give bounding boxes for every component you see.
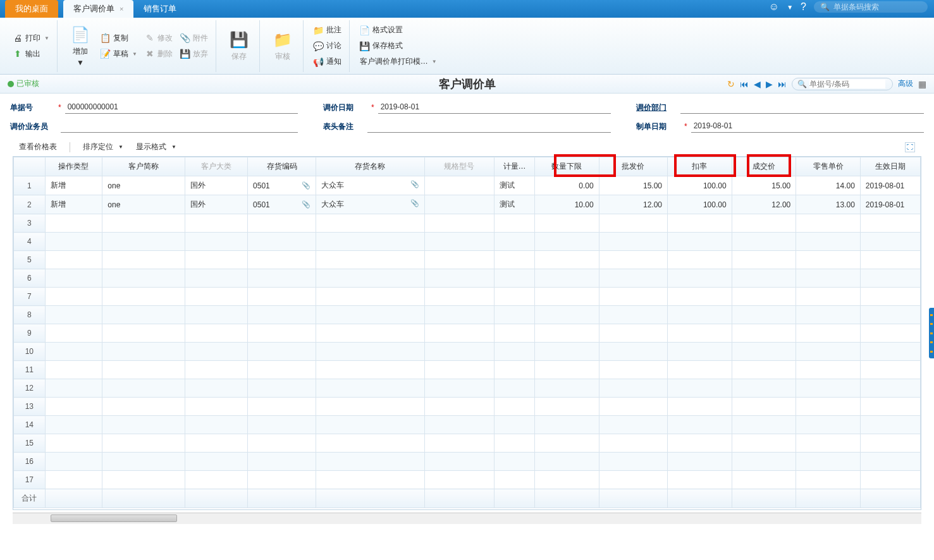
col-discount[interactable]: 扣率 <box>667 157 732 176</box>
col-qty-min[interactable]: 数量下限 <box>535 157 599 176</box>
col-eff-date[interactable]: 生效日期 <box>860 157 920 176</box>
col-cust-short[interactable]: 客户简称 <box>102 157 185 176</box>
modify-button[interactable]: ✎修改 <box>142 32 175 45</box>
status-badge: 已审核 <box>8 78 39 89</box>
export-button[interactable]: ⬆输出 <box>10 47 43 61</box>
col-cust-cat[interactable]: 客户大类 <box>185 157 247 176</box>
tab-desktop[interactable]: 我的桌面 <box>5 0 58 18</box>
draft-button[interactable]: 📝草稿▼ <box>98 47 140 61</box>
sort-button[interactable]: 排序定位▼ <box>83 142 123 152</box>
table-row-empty[interactable]: 16 <box>14 453 921 471</box>
dept-label[interactable]: 调价部门 <box>636 102 680 113</box>
next-icon[interactable]: ▶ <box>766 79 773 89</box>
barcode-search[interactable]: 🔍 <box>814 1 928 13</box>
advanced-link[interactable]: 高级 <box>898 78 913 89</box>
delete-icon: ✖ <box>145 49 155 59</box>
col-op[interactable]: 操作类型 <box>45 157 102 176</box>
table-row-empty[interactable]: 17 <box>14 471 921 489</box>
remark-value[interactable] <box>367 120 611 133</box>
copy-button[interactable]: 📋复制 <box>98 32 140 45</box>
save-button[interactable]: 💾 保存 <box>224 27 254 64</box>
table-row-empty[interactable]: 7 <box>14 288 921 306</box>
draft-icon: 📝 <box>101 49 111 59</box>
adjust-date-label: 调价日期 <box>323 102 367 113</box>
table-row-empty[interactable]: 9 <box>14 324 921 343</box>
table-row-empty[interactable]: 14 <box>14 416 921 434</box>
expand-icon[interactable]: ⛶ <box>905 142 915 152</box>
salesperson-label: 调价业务员 <box>10 121 61 132</box>
delete-button[interactable]: ✖删除 <box>142 47 175 61</box>
format-icon: 📄 <box>360 25 370 35</box>
smile-icon[interactable]: ☺ <box>769 1 779 13</box>
col-retail[interactable]: 零售单价 <box>796 157 861 176</box>
create-date-value[interactable]: 2019-08-01 <box>691 120 924 133</box>
main-toolbar: 🖨打印▼ ⬆输出 📄 增加▼ 📋复制 📝草稿▼ ✎修改 ✖删除 📎附件 💾放弃 … <box>0 18 934 75</box>
refresh-icon[interactable]: ↻ <box>727 79 735 89</box>
col-unit[interactable]: 计量… <box>495 157 535 176</box>
tab-sales-order[interactable]: 销售订单 <box>133 0 187 18</box>
search-icon: 🔍 <box>820 3 830 11</box>
table-row-empty[interactable]: 11 <box>14 361 921 379</box>
print-template-button[interactable]: 客户调价单打印模…▼ <box>357 55 439 68</box>
audit-icon: 📁 <box>273 30 293 50</box>
attach-button[interactable]: 📎附件 <box>178 32 211 45</box>
table-row-empty[interactable]: 8 <box>14 306 921 324</box>
help-icon[interactable]: ? <box>801 1 806 13</box>
notify-icon: 📢 <box>314 57 324 67</box>
view-price-button[interactable]: 查看价格表 <box>19 142 57 152</box>
note-icon: 📁 <box>314 25 324 35</box>
table-row-empty[interactable]: 5 <box>14 251 921 269</box>
table-row-empty[interactable]: 10 <box>14 343 921 361</box>
save-format-button[interactable]: 💾保存格式 <box>357 39 405 52</box>
table-row[interactable]: 2 新增one国外 0501📎 大众车📎 测试 10.0012.00 100.0… <box>14 195 921 214</box>
notify-button[interactable]: 📢通知 <box>311 55 344 68</box>
format-button[interactable]: 📄格式设置 <box>357 23 405 37</box>
display-button[interactable]: 显示格式▼ <box>136 142 176 152</box>
tab-active[interactable]: 客户调价单× <box>63 0 133 18</box>
barcode-search-input[interactable] <box>833 3 922 11</box>
bill-search[interactable]: 🔍 <box>792 78 893 90</box>
right-indicator[interactable] <box>929 308 934 358</box>
col-deal[interactable]: 成交价 <box>732 157 796 176</box>
page-title: 客户调价单 <box>439 76 496 92</box>
table-row-empty[interactable]: 13 <box>14 398 921 416</box>
print-button[interactable]: 🖨打印▼ <box>10 32 52 45</box>
close-icon[interactable]: × <box>120 5 123 13</box>
abandon-button[interactable]: 💾放弃 <box>178 47 211 61</box>
table-row-empty[interactable]: 12 <box>14 379 921 398</box>
audit-button[interactable]: 📁 审核 <box>267 27 298 64</box>
add-icon: 📄 <box>70 25 90 45</box>
discuss-button[interactable]: 💬讨论 <box>311 39 344 52</box>
dropdown-icon[interactable]: ▼ <box>787 4 793 11</box>
table-row-empty[interactable]: 3 <box>14 214 921 233</box>
bill-no-value[interactable]: 000000000001 <box>65 101 298 114</box>
table-row[interactable]: 1 新增one国外 0501📎 大众车📎 测试 0.0015.00 100.00… <box>14 176 921 195</box>
discuss-icon: 💬 <box>314 41 324 51</box>
note-button[interactable]: 📁批注 <box>311 23 344 37</box>
horizontal-scrollbar[interactable] <box>13 513 921 524</box>
adjust-date-value[interactable]: 2019-08-01 <box>378 101 611 114</box>
form-area: 单据号*000000000001 调价日期*2019-08-01 调价部门 调价… <box>0 94 934 138</box>
table-row-empty[interactable]: 4 <box>14 233 921 251</box>
col-rownum[interactable] <box>14 157 46 176</box>
layout-icon[interactable]: ▦ <box>918 79 926 89</box>
bill-search-input[interactable] <box>809 80 885 88</box>
col-inv-code[interactable]: 存货编码 <box>248 157 316 176</box>
salesperson-value[interactable] <box>61 120 298 133</box>
last-icon[interactable]: ⏭ <box>778 79 787 89</box>
search-icon: 🔍 <box>797 80 807 88</box>
add-button[interactable]: 📄 增加▼ <box>65 22 95 70</box>
status-dot-icon <box>8 81 14 87</box>
dept-value[interactable] <box>680 101 924 114</box>
col-spec[interactable]: 规格型号 <box>424 157 494 176</box>
data-table: 操作类型 客户简称 客户大类 存货编码 存货名称 规格型号 计量… 数量下限 批… <box>13 157 921 508</box>
table-row-empty[interactable]: 15 <box>14 434 921 453</box>
edit-icon: ✎ <box>145 33 155 43</box>
col-wholesale[interactable]: 批发价 <box>599 157 667 176</box>
table-header-row: 操作类型 客户简称 客户大类 存货编码 存货名称 规格型号 计量… 数量下限 批… <box>14 157 921 176</box>
first-icon[interactable]: ⏮ <box>740 79 749 89</box>
save-format-icon: 💾 <box>360 41 370 51</box>
table-row-empty[interactable]: 6 <box>14 269 921 288</box>
prev-icon[interactable]: ◀ <box>754 79 761 89</box>
col-inv-name[interactable]: 存货名称 <box>316 157 424 176</box>
